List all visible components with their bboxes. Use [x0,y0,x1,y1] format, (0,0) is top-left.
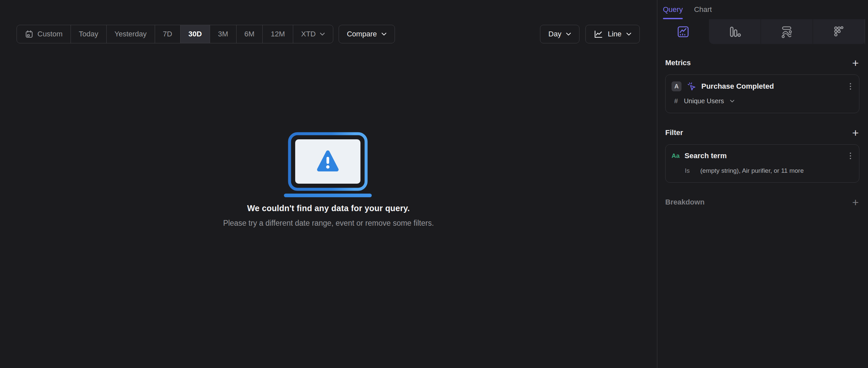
chart-type-button[interactable]: Line [585,25,640,43]
filter-title: Filter [665,128,683,137]
empty-state-subtitle: Please try a different date range, event… [0,219,657,228]
chart-type-tab-insights[interactable] [657,19,709,44]
date-range-custom[interactable]: Custom [17,25,71,43]
date-range-label: 7D [163,30,172,38]
panel-scrollbar[interactable] [865,19,868,44]
metric-letter-badge: A [672,81,681,91]
date-range-12m[interactable]: 12M [263,25,293,43]
chevron-down-icon [566,32,571,36]
filter-operator: Is [685,167,690,174]
date-range-7d[interactable]: 7D [155,25,181,43]
compare-label: Compare [347,30,377,38]
compare-button[interactable]: Compare [339,25,395,43]
add-breakdown-button[interactable]: + [851,197,859,207]
filter-values: (empty string), Air purifier, or 11 more [700,167,804,174]
date-range-label: Custom [37,30,63,38]
tab-chart[interactable]: Chart [694,0,712,19]
laptop-warning-illustration [284,131,373,198]
panel-body: Metrics + A Purchase Completed # Unique … [657,58,868,207]
date-range-label: 6M [245,30,255,38]
event-click-icon [686,81,696,91]
chevron-down-icon [626,32,631,36]
aggregation-symbol: # [674,97,678,105]
chart-controls: Day Line [540,25,640,43]
date-range-label: 12M [271,30,285,38]
date-range-today[interactable]: Today [71,25,107,43]
date-range-xtd[interactable]: XTD [293,25,333,43]
empty-state-title: We couldn't find any data for your query… [0,203,657,213]
metrics-section-header: Metrics + [665,58,859,68]
kebab-menu-icon[interactable] [848,151,853,161]
chart-type-label: Line [608,30,621,38]
add-filter-button[interactable]: + [851,128,859,138]
breakdown-title: Breakdown [665,198,705,206]
tab-query-label: Query [663,5,683,14]
date-range-yesterday[interactable]: Yesterday [107,25,155,43]
date-range-3m[interactable]: 3M [210,25,237,43]
line-chart-icon [594,29,603,39]
date-range-label: XTD [301,30,316,38]
tab-query[interactable]: Query [663,0,683,19]
chevron-down-icon [320,32,325,36]
aggregation-label: Unique Users [684,97,724,105]
date-range-label: Yesterday [115,30,147,38]
chart-type-tab-bar[interactable] [709,19,761,44]
filter-section-header: Filter + [665,128,859,138]
scatter-dots-icon [832,25,846,39]
calendar-icon [25,30,33,38]
chart-type-tab-strip [657,19,868,44]
bar-chart-icon [728,25,742,39]
date-range-6m[interactable]: 6M [237,25,263,43]
date-range-label: 30D [188,30,202,38]
chart-type-tab-scatter[interactable] [813,19,865,44]
empty-state: We couldn't find any data for your query… [0,131,657,228]
date-range-label: Today [79,30,98,38]
insights-line-icon [677,25,690,38]
string-type-icon: Aa [672,152,680,160]
filter-property-row[interactable]: Aa Search term [672,151,853,161]
filter-card[interactable]: Aa Search term Is (empty string), Air pu… [665,144,859,183]
main-area: Custom Today Yesterday 7D 30D 3M 6M 12M … [0,0,657,368]
toolbar: Custom Today Yesterday 7D 30D 3M 6M 12M … [17,25,640,43]
filter-condition-row[interactable]: Is (empty string), Air purifier, or 11 m… [672,167,853,174]
metric-aggregation-dropdown[interactable]: # Unique Users [672,97,853,105]
chevron-down-icon [730,100,735,103]
metric-event-name: Purchase Completed [701,82,774,91]
granularity-label: Day [548,30,561,38]
filter-property-name: Search term [684,152,726,160]
date-range-group: Custom Today Yesterday 7D 30D 3M 6M 12M … [17,25,333,43]
chevron-down-icon [381,32,386,36]
metric-event-row[interactable]: A Purchase Completed [672,81,853,91]
date-range-label: 3M [218,30,228,38]
breakdown-section-header: Breakdown + [665,197,859,207]
flow-chart-icon [780,25,794,39]
chart-type-tab-flow[interactable] [761,19,813,44]
kebab-menu-icon[interactable] [848,82,853,91]
add-metric-button[interactable]: + [851,58,859,68]
tab-chart-label: Chart [694,5,712,14]
metrics-title: Metrics [665,59,691,67]
metric-card[interactable]: A Purchase Completed # Unique Users [665,74,859,113]
granularity-button[interactable]: Day [540,25,580,43]
query-builder-panel: Query Chart [657,0,868,368]
panel-tabs: Query Chart [657,0,868,19]
date-range-30d[interactable]: 30D [181,25,210,43]
